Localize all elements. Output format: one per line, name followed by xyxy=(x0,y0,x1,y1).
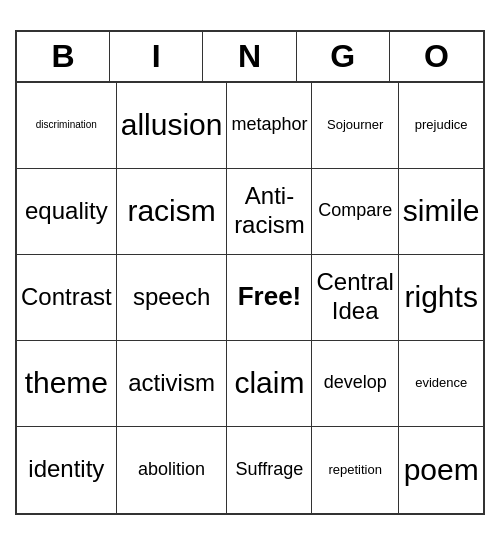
bingo-cell-20: identity xyxy=(17,427,117,513)
bingo-grid: discriminationallusionmetaphorSojournerp… xyxy=(17,83,483,513)
bingo-cell-16: activism xyxy=(117,341,228,427)
header-letter-N: N xyxy=(203,32,296,81)
header-letter-I: I xyxy=(110,32,203,81)
bingo-cell-23: repetition xyxy=(312,427,398,513)
bingo-cell-1: allusion xyxy=(117,83,228,169)
header-letter-B: B xyxy=(17,32,110,81)
bingo-cell-3: Sojourner xyxy=(312,83,398,169)
bingo-cell-22: Suffrage xyxy=(227,427,312,513)
header-letter-G: G xyxy=(297,32,390,81)
bingo-cell-0: discrimination xyxy=(17,83,117,169)
bingo-cell-13: Central Idea xyxy=(312,255,398,341)
bingo-cell-7: Anti-racism xyxy=(227,169,312,255)
bingo-cell-17: claim xyxy=(227,341,312,427)
bingo-cell-18: develop xyxy=(312,341,398,427)
bingo-cell-9: simile xyxy=(399,169,484,255)
bingo-cell-4: prejudice xyxy=(399,83,484,169)
bingo-cell-24: poem xyxy=(399,427,484,513)
bingo-cell-11: speech xyxy=(117,255,228,341)
bingo-cell-21: abolition xyxy=(117,427,228,513)
bingo-cell-15: theme xyxy=(17,341,117,427)
bingo-card: BINGO discriminationallusionmetaphorSojo… xyxy=(15,30,485,515)
bingo-cell-14: rights xyxy=(399,255,484,341)
header-letter-O: O xyxy=(390,32,483,81)
bingo-cell-19: evidence xyxy=(399,341,484,427)
bingo-header: BINGO xyxy=(17,32,483,83)
bingo-cell-12: Free! xyxy=(227,255,312,341)
bingo-cell-6: racism xyxy=(117,169,228,255)
bingo-cell-10: Contrast xyxy=(17,255,117,341)
bingo-cell-2: metaphor xyxy=(227,83,312,169)
bingo-cell-5: equality xyxy=(17,169,117,255)
bingo-cell-8: Compare xyxy=(312,169,398,255)
